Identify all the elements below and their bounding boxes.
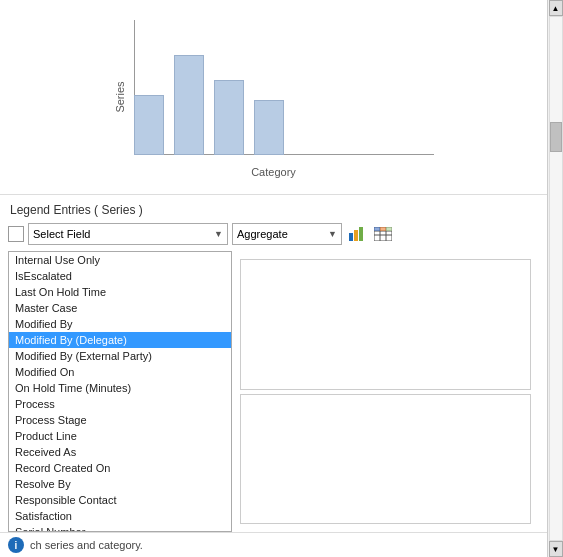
svg-rect-2 [359, 227, 363, 241]
aggregate-arrow: ▼ [328, 229, 337, 239]
table-icon[interactable] [372, 223, 394, 245]
bar-chart-icon[interactable] [346, 223, 368, 245]
legend-header: Legend Entries ( Series ) [0, 203, 547, 223]
svg-rect-8 [374, 227, 380, 231]
chart-x-label: Category [251, 166, 296, 178]
list-item[interactable]: Internal Use Only [9, 252, 231, 268]
list-item[interactable]: Responsible Contact [9, 492, 231, 508]
list-item[interactable]: Master Case [9, 300, 231, 316]
bar-group [254, 100, 284, 155]
bar-group [134, 95, 164, 155]
list-item[interactable]: Modified By (External Party) [9, 348, 231, 364]
list-item[interactable]: Satisfaction [9, 508, 231, 524]
list-item[interactable]: Modified By [9, 316, 231, 332]
svg-rect-9 [380, 227, 386, 231]
chart-y-label: Series [113, 81, 125, 112]
main-content: Series Category Legend Entries [0, 0, 547, 557]
bar-2 [174, 55, 204, 155]
chart-container: Series Category [104, 15, 444, 180]
bar-group [214, 80, 244, 155]
list-item[interactable]: Product Line [9, 428, 231, 444]
scrollbar-thumb[interactable] [550, 122, 562, 152]
list-item[interactable]: Modified On [9, 364, 231, 380]
list-item[interactable]: Process [9, 396, 231, 412]
bottom-info-text: ch series and category. [30, 539, 143, 551]
list-item[interactable]: IsEscalated [9, 268, 231, 284]
right-area [232, 251, 539, 532]
info-icon: i [8, 537, 24, 553]
bottom-bar: i ch series and category. [0, 532, 547, 557]
select-field-arrow: ▼ [214, 229, 223, 239]
legend-checkbox[interactable] [8, 226, 24, 242]
right-box-bottom [240, 394, 531, 525]
bar-group [174, 55, 204, 155]
scrollbar-down-btn[interactable]: ▼ [549, 541, 563, 557]
svg-rect-1 [354, 230, 358, 241]
scrollbar-track[interactable] [549, 16, 563, 541]
legend-controls: Select Field ▼ Aggregate ▼ [0, 223, 547, 251]
chart-bars [134, 20, 434, 155]
list-item[interactable]: Process Stage [9, 412, 231, 428]
list-item[interactable]: Received As [9, 444, 231, 460]
bar-4 [254, 100, 284, 155]
select-field-dropdown[interactable]: Select Field ▼ [28, 223, 228, 245]
list-item[interactable]: Modified By (Delegate) [9, 332, 231, 348]
scrollbar-up-btn[interactable]: ▲ [549, 0, 563, 16]
legend-panel: Legend Entries ( Series ) Select Field ▼… [0, 195, 547, 557]
dropdown-list-container: Internal Use OnlyIsEscalatedLast On Hold… [0, 251, 547, 532]
aggregate-dropdown[interactable]: Aggregate ▼ [232, 223, 342, 245]
list-item[interactable]: On Hold Time (Minutes) [9, 380, 231, 396]
chart-area: Series Category [0, 0, 547, 195]
aggregate-label: Aggregate [237, 228, 288, 240]
select-field-label: Select Field [33, 228, 90, 240]
list-item[interactable]: Last On Hold Time [9, 284, 231, 300]
bar-1 [134, 95, 164, 155]
svg-rect-0 [349, 233, 353, 241]
svg-rect-10 [386, 227, 392, 231]
right-box-top [240, 259, 531, 390]
list-item[interactable]: Record Created On [9, 460, 231, 476]
dropdown-list[interactable]: Internal Use OnlyIsEscalatedLast On Hold… [8, 251, 232, 532]
list-item[interactable]: Resolve By [9, 476, 231, 492]
list-item[interactable]: Serial Number [9, 524, 231, 532]
bar-3 [214, 80, 244, 155]
right-scrollbar: ▲ ▼ [547, 0, 563, 557]
